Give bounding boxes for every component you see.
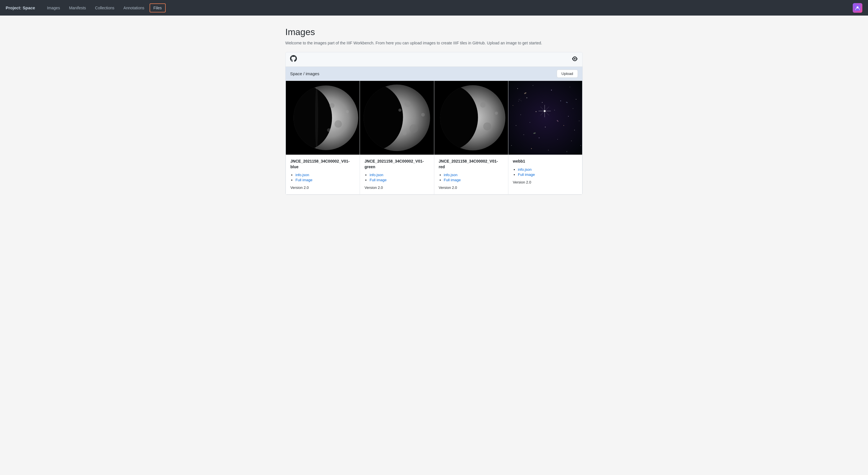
full-image-link[interactable]: Full image <box>444 178 461 182</box>
image-links: info.json Full image <box>290 172 355 182</box>
upload-button[interactable]: Upload <box>557 69 578 78</box>
image-thumbnail <box>286 81 360 155</box>
image-links: info.json Full image <box>365 172 429 182</box>
svg-point-17 <box>402 131 407 135</box>
image-name: webb1 <box>513 159 578 164</box>
svg-point-26 <box>476 129 480 134</box>
image-card: webb1 info.json Full image Version 2.0 <box>508 81 582 194</box>
svg-point-51 <box>538 137 539 138</box>
nav-item-files[interactable]: Files <box>150 3 166 12</box>
image-name: JNCE_2021158_34C00002_V01-green <box>365 159 429 170</box>
svg-point-44 <box>579 121 579 121</box>
nav-item-annotations[interactable]: Annotations <box>120 3 149 12</box>
github-panel-header <box>285 52 583 67</box>
info-json-link[interactable]: info.json <box>370 173 383 177</box>
svg-point-52 <box>557 139 558 140</box>
image-thumbnail <box>434 81 508 155</box>
svg-point-69 <box>520 100 520 100</box>
svg-point-24 <box>480 102 486 108</box>
nav-item-collections[interactable]: Collections <box>91 3 118 12</box>
svg-point-47 <box>545 127 546 128</box>
image-version: Version 2.0 <box>365 186 429 190</box>
full-image-link[interactable]: Full image <box>296 178 312 182</box>
svg-point-34 <box>576 99 576 99</box>
svg-point-38 <box>560 101 561 101</box>
image-version: Version 2.0 <box>439 186 503 190</box>
svg-point-53 <box>571 140 572 141</box>
main-content: Images Welcome to the images part of the… <box>279 15 589 206</box>
svg-point-31 <box>533 85 533 86</box>
image-thumbnail <box>508 81 582 155</box>
svg-rect-29 <box>508 81 582 155</box>
image-card-body: webb1 info.json Full image Version 2.0 <box>508 155 582 194</box>
info-json-link[interactable]: info.json <box>518 167 531 171</box>
image-links: info.json Full image <box>439 172 503 182</box>
navbar-brand: Project: Space <box>6 5 35 10</box>
github-icon <box>290 55 297 64</box>
page-title: Images <box>285 27 583 37</box>
svg-point-37 <box>542 102 542 103</box>
image-grid: JNCE_2021158_34C00002_V01-blue info.json… <box>285 81 583 194</box>
svg-point-33 <box>570 87 570 87</box>
full-image-link[interactable]: Full image <box>518 172 535 177</box>
image-version: Version 2.0 <box>513 180 578 184</box>
path-bar: Space / images Upload <box>285 67 583 81</box>
image-name: JNCE_2021158_34C00002_V01-blue <box>290 159 355 170</box>
svg-point-35 <box>513 105 513 106</box>
svg-point-48 <box>563 125 564 126</box>
repo-path: Space / images <box>290 71 319 76</box>
svg-point-9 <box>346 110 349 113</box>
image-card-body: JNCE_2021158_34C00002_V01-red info.json … <box>434 155 508 194</box>
svg-point-10 <box>315 85 318 150</box>
svg-point-57 <box>548 150 549 150</box>
eye-icon[interactable] <box>572 56 578 63</box>
info-json-link[interactable]: info.json <box>296 173 309 177</box>
image-name: JNCE_2021158_34C00002_V01-red <box>439 159 503 170</box>
svg-point-39 <box>572 108 573 109</box>
svg-point-41 <box>535 111 536 112</box>
page-description: Welcome to the images part of the IIIF W… <box>285 41 583 45</box>
image-card-body: JNCE_2021158_34C00002_V01-green info.jso… <box>360 155 434 194</box>
svg-point-6 <box>330 103 335 108</box>
svg-point-72 <box>521 101 521 101</box>
full-image-link[interactable]: Full image <box>370 178 386 182</box>
svg-point-7 <box>335 120 342 128</box>
nav-item-manifests[interactable]: Manifests <box>65 3 90 12</box>
svg-point-8 <box>327 128 331 132</box>
image-links: info.json Full image <box>513 167 578 177</box>
svg-point-56 <box>531 148 531 149</box>
image-card: JNCE_2021158_34C00002_V01-blue info.json… <box>286 81 360 194</box>
svg-point-50 <box>523 135 524 135</box>
svg-point-58 <box>566 151 567 152</box>
svg-point-19 <box>398 108 402 112</box>
svg-point-55 <box>511 145 512 146</box>
image-card-body: JNCE_2021158_34C00002_V01-blue info.json… <box>286 155 360 194</box>
svg-point-46 <box>530 122 530 123</box>
svg-point-27 <box>495 112 498 115</box>
svg-point-16 <box>410 124 418 133</box>
svg-point-36 <box>526 97 527 98</box>
image-card: JNCE_2021158_34C00002_V01-green info.jso… <box>360 81 434 194</box>
svg-point-43 <box>568 116 568 117</box>
nav-item-images[interactable]: Images <box>43 3 64 12</box>
navbar: Project: Space Images Manifests Collecti… <box>0 0 868 15</box>
svg-point-45 <box>516 125 516 126</box>
nav-items: Images Manifests Collections Annotations… <box>43 3 166 12</box>
svg-point-30 <box>517 88 518 89</box>
svg-point-42 <box>554 110 555 110</box>
svg-point-18 <box>421 113 425 117</box>
image-thumbnail <box>360 81 434 155</box>
github-panel: Space / images Upload <box>285 52 583 195</box>
image-card: JNCE_2021158_34C00002_V01-red info.json … <box>434 81 508 194</box>
svg-point-49 <box>574 130 575 130</box>
image-version: Version 2.0 <box>290 186 355 190</box>
svg-point-71 <box>521 99 521 99</box>
svg-point-15 <box>405 101 411 107</box>
svg-point-32 <box>551 90 552 91</box>
info-json-link[interactable]: info.json <box>444 173 458 177</box>
svg-point-54 <box>581 145 581 146</box>
svg-point-40 <box>520 115 521 115</box>
svg-point-25 <box>483 122 491 130</box>
avatar[interactable] <box>853 3 862 13</box>
